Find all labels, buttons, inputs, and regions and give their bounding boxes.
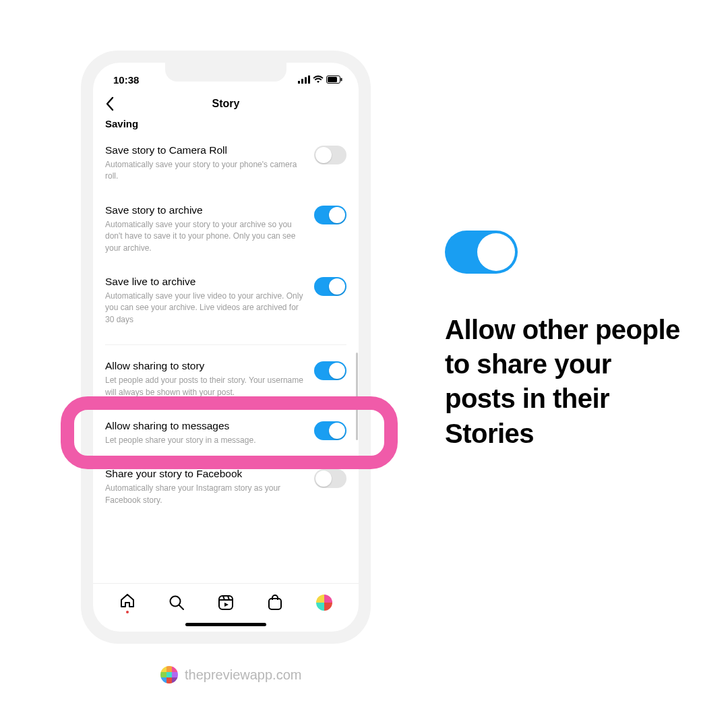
home-icon <box>119 592 136 609</box>
search-icon <box>168 594 185 611</box>
cellular-icon <box>298 75 310 84</box>
notch <box>165 63 286 82</box>
setting-allow-sharing-messages: Allow sharing to messages Let people sha… <box>105 405 346 453</box>
avatar-icon <box>316 595 332 611</box>
callout-text: Allow other people to share your posts i… <box>445 313 688 451</box>
svg-rect-5 <box>328 77 337 82</box>
setting-desc: Automatically save your story to your ph… <box>105 159 305 183</box>
toggle-allow-sharing-messages[interactable] <box>314 421 346 440</box>
setting-desc: Automatically save your story to your ar… <box>105 219 305 254</box>
chevron-left-icon <box>105 96 115 111</box>
setting-title: Allow sharing to story <box>105 360 305 372</box>
credit: thepreviewapp.com <box>160 666 301 684</box>
nav-header: Story <box>93 91 359 119</box>
setting-desc: Let people share your story in a message… <box>105 435 305 446</box>
screen: 10:38 Story Saving Save story to Camera … <box>93 63 359 632</box>
svg-rect-1 <box>301 79 303 84</box>
svg-rect-6 <box>341 78 342 82</box>
tab-bar <box>93 583 359 620</box>
setting-save-live-archive: Save live to archive Automatically save … <box>105 261 346 332</box>
svg-rect-0 <box>298 81 300 84</box>
back-button[interactable] <box>105 96 115 114</box>
setting-title: Allow sharing to messages <box>105 420 305 432</box>
page-title: Story <box>212 98 240 110</box>
credit-text: thepreviewapp.com <box>185 667 301 683</box>
svg-rect-3 <box>308 75 310 84</box>
settings-list: Save story to Camera Roll Automatically … <box>93 129 359 583</box>
tab-home[interactable] <box>119 592 136 613</box>
notification-dot-icon <box>126 611 129 613</box>
callout: Allow other people to share your posts i… <box>445 231 688 451</box>
phone-frame: 10:38 Story Saving Save story to Camera … <box>81 51 371 644</box>
tab-search[interactable] <box>168 594 185 611</box>
tab-reels[interactable] <box>217 594 235 611</box>
wifi-icon <box>313 75 324 84</box>
setting-title: Save story to archive <box>105 204 305 216</box>
toggle-save-archive[interactable] <box>314 206 346 224</box>
status-time: 10:38 <box>113 74 139 86</box>
scroll-indicator[interactable] <box>356 353 358 440</box>
svg-rect-9 <box>219 596 233 609</box>
toggle-save-live-archive[interactable] <box>314 277 346 296</box>
home-indicator[interactable] <box>185 623 266 626</box>
toggle-share-facebook[interactable] <box>314 469 346 488</box>
status-icons <box>298 75 342 84</box>
toggle-save-camera-roll[interactable] <box>314 146 346 164</box>
setting-title: Save live to archive <box>105 276 305 288</box>
svg-rect-2 <box>305 78 307 84</box>
shop-icon <box>266 594 284 611</box>
setting-allow-sharing-story: Allow sharing to story Let people add yo… <box>105 345 346 405</box>
tab-shop[interactable] <box>266 594 284 611</box>
reels-icon <box>217 594 235 611</box>
toggle-allow-sharing-story[interactable] <box>314 361 346 380</box>
svg-line-8 <box>179 605 183 609</box>
setting-desc: Automatically share your Instagram story… <box>105 483 305 506</box>
setting-save-camera-roll: Save story to Camera Roll Automatically … <box>105 129 346 189</box>
setting-desc: Automatically save your live video to yo… <box>105 291 305 326</box>
battery-icon <box>326 75 342 84</box>
credit-logo-icon <box>160 666 178 684</box>
setting-save-archive: Save story to archive Automatically save… <box>105 189 346 261</box>
svg-point-7 <box>170 597 180 607</box>
callout-toggle-icon <box>445 231 518 274</box>
setting-desc: Let people add your posts to their story… <box>105 375 305 398</box>
svg-rect-13 <box>269 599 281 609</box>
setting-title: Save story to Camera Roll <box>105 144 305 156</box>
setting-title: Share your story to Facebook <box>105 468 305 480</box>
tab-profile[interactable] <box>315 594 333 611</box>
setting-share-facebook: Share your story to Facebook Automatical… <box>105 453 346 513</box>
section-saving-label: Saving <box>93 118 359 129</box>
